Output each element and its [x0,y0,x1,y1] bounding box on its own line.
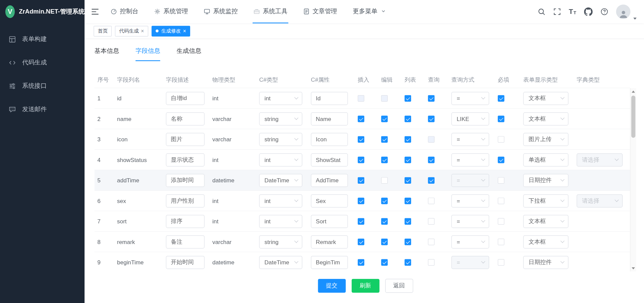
insert-checkbox[interactable] [358,198,364,204]
cs-type-select[interactable]: int [259,215,302,228]
cs-prop-input[interactable] [311,256,348,269]
column-desc-input[interactable] [166,153,205,166]
list-checkbox[interactable] [405,95,411,102]
column-desc-input[interactable] [166,256,205,269]
collapse-menu-icon[interactable] [91,0,99,23]
scrollbar-thumb[interactable] [631,96,635,138]
display-type-select[interactable]: 单选框 [523,153,568,166]
edit-checkbox[interactable] [381,136,388,143]
insert-checkbox[interactable] [358,259,364,266]
nav-item-more-menu[interactable]: 更多菜单 [352,0,387,23]
font-size-icon[interactable]: TT [569,8,576,15]
required-checkbox[interactable] [498,157,504,163]
search-icon[interactable] [538,8,546,16]
cs-prop-input[interactable] [311,92,348,105]
query-checkbox[interactable] [428,239,435,245]
insert-checkbox[interactable] [358,239,364,245]
nav-item-article-mgmt[interactable]: 文章管理 [302,0,338,23]
cs-prop-input[interactable] [311,215,348,228]
required-checkbox[interactable] [498,136,504,143]
cs-prop-input[interactable] [311,112,348,125]
column-desc-input[interactable] [166,112,205,125]
refresh-button[interactable]: 刷新 [351,279,379,293]
query-checkbox[interactable] [428,116,435,122]
edit-checkbox[interactable] [381,198,388,204]
tab-field-info[interactable]: 字段信息 [135,47,160,61]
cs-type-select[interactable]: string [259,133,302,146]
scrollbar-down-button[interactable] [630,265,636,271]
list-checkbox[interactable] [405,198,411,204]
insert-checkbox[interactable] [358,177,364,184]
query-checkbox[interactable] [428,259,435,266]
query-type-select[interactable]: = [452,133,489,146]
github-icon[interactable] [584,7,592,16]
column-desc-input[interactable] [166,133,205,146]
query-type-select[interactable]: LIKE [452,112,489,125]
edit-checkbox[interactable] [381,259,388,266]
cs-type-select[interactable]: DateTime [259,174,302,187]
sidebar-item-send-mail[interactable]: 发送邮件 [0,98,85,121]
query-checkbox[interactable] [428,177,435,184]
required-checkbox[interactable] [498,116,504,122]
column-desc-input[interactable] [166,215,205,228]
fullscreen-icon[interactable] [553,8,561,16]
cs-type-select[interactable]: int [259,194,302,207]
list-checkbox[interactable] [405,116,411,122]
cs-prop-input[interactable] [311,174,348,187]
column-desc-input[interactable] [166,235,205,248]
required-checkbox[interactable] [498,239,504,245]
display-type-select[interactable]: 文本框 [523,92,568,105]
column-desc-input[interactable] [166,92,205,105]
cs-type-select[interactable]: string [259,112,302,125]
nav-item-console[interactable]: 控制台 [110,0,139,23]
cs-type-select[interactable]: int [259,92,302,105]
nav-item-system-mgmt[interactable]: 系统管理 [153,0,189,23]
scrollbar-up-button[interactable] [630,88,636,95]
display-type-select[interactable]: 文本框 [523,215,568,228]
tag-home[interactable]: 首页 [94,26,112,36]
list-checkbox[interactable] [405,177,411,184]
query-checkbox[interactable] [428,198,435,204]
tab-gen-info[interactable]: 生成信息 [177,47,201,61]
required-checkbox[interactable] [498,198,504,204]
edit-checkbox[interactable] [381,239,388,245]
display-type-select[interactable]: 日期控件 [523,174,568,187]
query-checkbox[interactable] [428,218,435,225]
query-checkbox[interactable] [428,95,435,102]
help-icon[interactable] [601,8,608,16]
insert-checkbox[interactable] [358,116,364,122]
close-icon[interactable]: × [141,28,144,34]
query-type-select[interactable]: = [452,194,489,207]
cs-type-select[interactable]: int [259,153,302,166]
edit-checkbox[interactable] [381,177,388,184]
display-type-select[interactable]: 日期控件 [523,256,568,269]
avatar-caret-icon[interactable] [633,18,637,20]
query-checkbox[interactable] [428,157,435,163]
required-checkbox[interactable] [498,218,504,225]
tag-gen-edit[interactable]: 生成修改 × [151,26,190,36]
edit-checkbox[interactable] [381,157,388,163]
back-button[interactable]: 返回 [385,279,413,293]
cs-type-select[interactable]: DateTime [259,256,302,269]
cs-type-select[interactable]: string [259,235,302,248]
cs-prop-input[interactable] [311,153,348,166]
column-desc-input[interactable] [166,194,205,207]
query-type-select[interactable]: = [452,92,489,105]
cs-prop-input[interactable] [311,194,348,207]
submit-button[interactable]: 提交 [318,279,346,293]
cs-prop-input[interactable] [311,235,348,248]
tab-basic-info[interactable]: 基本信息 [94,47,119,61]
sidebar-item-code-gen[interactable]: 代码生成 [0,51,85,74]
close-icon[interactable]: × [183,28,186,34]
insert-checkbox[interactable] [358,157,364,163]
nav-item-system-tools[interactable]: 系统工具 [253,0,288,23]
query-type-select[interactable]: = [452,235,489,248]
insert-checkbox[interactable] [358,136,364,143]
required-checkbox[interactable] [498,95,504,102]
insert-checkbox[interactable] [358,218,364,225]
list-checkbox[interactable] [405,157,411,163]
nav-item-system-monitor[interactable]: 系统监控 [203,0,239,23]
query-type-select[interactable]: = [452,215,489,228]
edit-checkbox[interactable] [381,218,388,225]
tag-code-gen[interactable]: 代码生成 × [115,26,148,36]
